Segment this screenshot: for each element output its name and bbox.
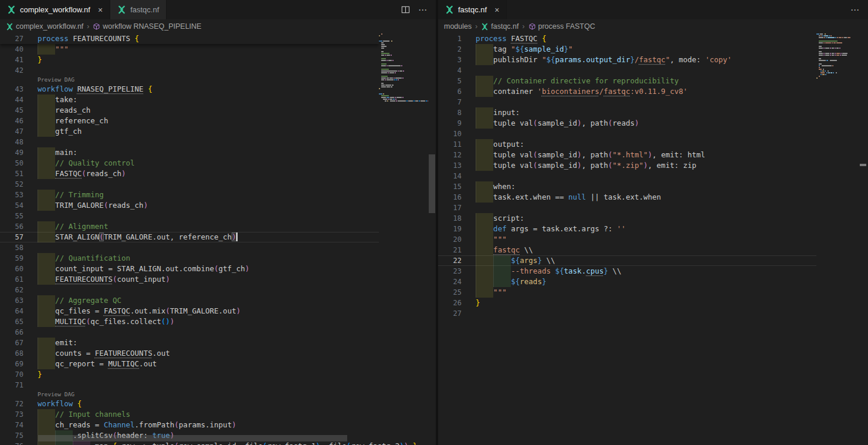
code-line[interactable]: 2 tag "${sample_id}" [438, 44, 816, 55]
code-line[interactable]: 67 emit: [0, 338, 379, 348]
code-line[interactable]: 10 [438, 129, 816, 139]
minimap-right[interactable] [816, 33, 855, 81]
code-line[interactable]: 49 main: [0, 147, 379, 158]
breadcrumb-symbol[interactable]: workflow RNASEQ_PIPELINE [93, 22, 201, 31]
code-line[interactable]: 6 container 'biocontainers/fastqc:v0.11.… [438, 86, 816, 97]
line-number: 47 [0, 126, 33, 137]
code-line[interactable]: 8 input: [438, 107, 816, 118]
code-line[interactable]: 45 reads_ch [0, 105, 379, 116]
code-line[interactable]: 43workflow RNASEQ_PIPELINE { [0, 84, 379, 95]
code-line[interactable]: 12 tuple val(sample_id), path("*.html"),… [438, 150, 816, 160]
code-line[interactable]: 4 [438, 65, 816, 76]
codelens-preview-dag[interactable]: Preview DAG [33, 76, 379, 84]
code-line[interactable]: 44 take: [0, 95, 379, 105]
code-line[interactable]: 40 """ [0, 44, 379, 55]
code-line[interactable]: 52 [0, 179, 379, 190]
code-line[interactable]: 62 [0, 285, 379, 295]
code-line[interactable]: 68 counts = FEATURECOUNTS.out [0, 348, 379, 359]
code-line[interactable]: 56 // Alignment [0, 221, 379, 232]
code-line[interactable]: 1process FASTQC { [438, 33, 816, 44]
code-line[interactable]: 15 when: [438, 181, 816, 192]
code-line[interactable]: 58 [0, 242, 379, 253]
code-line[interactable]: 74 ch_reads = Channel.fromPath(params.in… [0, 420, 379, 430]
code-line[interactable]: 19 def args = task.ext.args ?: '' [438, 224, 816, 234]
line-number: 62 [0, 285, 33, 295]
close-icon[interactable]: × [98, 6, 103, 14]
codelens-preview-dag[interactable]: Preview DAG [33, 390, 379, 399]
line-number: 72 [0, 399, 33, 409]
code-line[interactable]: 72workflow { [0, 399, 379, 409]
tab-complex-workflow[interactable]: complex_workflow.nf × [0, 0, 110, 19]
more-actions-icon[interactable]: ⋯ [418, 5, 428, 15]
scrollbar-thumb[interactable] [429, 154, 435, 213]
code-line[interactable]: 71 [0, 380, 379, 390]
code-line[interactable]: 7 [438, 97, 816, 107]
code-line[interactable]: 18 script: [438, 213, 816, 224]
code-line[interactable]: 9 tuple val(sample_id), path(reads) [438, 118, 816, 129]
code-line[interactable]: 64 qc_files = FASTQC.out.mix(TRIM_GALORE… [0, 306, 379, 316]
editor-left[interactable]: 40 """41}42Preview DAG43workflow RNASEQ_… [0, 33, 436, 445]
code-line[interactable]: 22 ${args} \\ [438, 255, 816, 266]
code-line[interactable]: 47 gtf_ch [0, 126, 379, 137]
breadcrumb-file[interactable]: complex_workflow.nf [6, 22, 83, 31]
horizontal-scrollbar-left[interactable] [38, 435, 347, 441]
code-line[interactable]: 53 // Trimming [0, 190, 379, 200]
code-line[interactable]: 11 output: [438, 139, 816, 150]
code-line[interactable]: 76 .map { row -> tuple(row.sample_id, fi… [0, 441, 379, 445]
split-editor-icon[interactable] [401, 5, 410, 14]
breadcrumb-file[interactable]: fastqc.nf [481, 22, 518, 31]
code-line[interactable]: 42 [0, 65, 379, 76]
code-line[interactable]: 57 STAR_ALIGN(TRIM_GALORE.out, reference… [0, 232, 379, 242]
code-line[interactable]: 65 MULTIQC(qc_files.collect()) [0, 316, 379, 327]
code-line[interactable]: 61 FEATURECOUNTS(count_input) [0, 274, 379, 285]
more-actions-icon[interactable]: ⋯ [850, 5, 860, 15]
breadcrumb-folder[interactable]: modules [444, 22, 472, 31]
close-icon[interactable]: × [494, 6, 499, 14]
sticky-scroll-header[interactable]: 27process FEATURECOUNTS { [0, 33, 379, 44]
line-number: 70 [0, 369, 33, 380]
code-line[interactable]: 27 [438, 308, 816, 319]
code-line[interactable]: 27process FEATURECOUNTS { [0, 33, 379, 44]
line-number: 52 [0, 179, 33, 190]
codelens-row[interactable]: Preview DAG [0, 390, 379, 399]
vertical-scrollbar-left[interactable] [428, 33, 436, 445]
code-line[interactable]: 5 // Container directive for reproducibi… [438, 76, 816, 86]
indent-guide [476, 118, 493, 129]
code-line[interactable]: 24 ${reads} [438, 277, 816, 287]
indent-guide [476, 44, 493, 55]
code-line[interactable]: 21 fastqc \\ [438, 245, 816, 255]
code-line[interactable]: 16 task.ext.when == null || task.ext.whe… [438, 192, 816, 203]
code-line[interactable]: 51 FASTQC(reads_ch) [0, 168, 379, 179]
code-line[interactable]: 23 --threads ${task.cpus} \\ [438, 266, 816, 277]
code-line[interactable]: 54 TRIM_GALORE(reads_ch) [0, 200, 379, 211]
tab-fastqc-left[interactable]: fastqc.nf [110, 0, 167, 19]
code-line[interactable]: 69 qc_report = MULTIQC.out [0, 359, 379, 369]
code-line[interactable]: 17 [438, 203, 816, 213]
code-line[interactable]: 70} [0, 369, 379, 380]
code-line[interactable]: 63 // Aggregate QC [0, 295, 379, 306]
code-line[interactable]: 14 [438, 171, 816, 181]
code-line[interactable]: 20 """ [438, 234, 816, 245]
code-line[interactable]: 50 // Quality control [0, 158, 379, 168]
indent-guide [38, 264, 55, 274]
code-line[interactable]: 25 """ [438, 287, 816, 298]
code-line[interactable]: 66 [0, 327, 379, 338]
code-line[interactable]: 59 // Quantification [0, 253, 379, 264]
minimap-left[interactable] [379, 33, 428, 102]
code-line[interactable]: 73 // Input channels [0, 409, 379, 420]
code-line[interactable]: 60 count_input = STAR_ALIGN.out.combine(… [0, 264, 379, 274]
nextflow-file-icon [6, 23, 13, 31]
codelens-row[interactable]: Preview DAG [0, 76, 379, 84]
editor-right[interactable]: 1process FASTQC {2 tag "${sample_id}"3 p… [438, 33, 868, 445]
code-line[interactable]: 13 tuple val(sample_id), path("*.zip"), … [438, 160, 816, 171]
code-line[interactable]: 46 reference_ch [0, 116, 379, 126]
code-line[interactable]: 55 [0, 211, 379, 221]
breadcrumb-symbol[interactable]: process FASTQC [528, 22, 595, 31]
line-number: 23 [438, 266, 471, 277]
code-line[interactable]: 3 publishDir "${params.output_dir}/fastq… [438, 55, 816, 65]
code-line[interactable]: 48 [0, 137, 379, 147]
code-line[interactable]: 26} [438, 298, 816, 308]
nextflow-file-icon [445, 5, 454, 14]
tab-fastqc-right[interactable]: fastqc.nf × [438, 0, 507, 19]
code-line[interactable]: 41} [0, 55, 379, 65]
